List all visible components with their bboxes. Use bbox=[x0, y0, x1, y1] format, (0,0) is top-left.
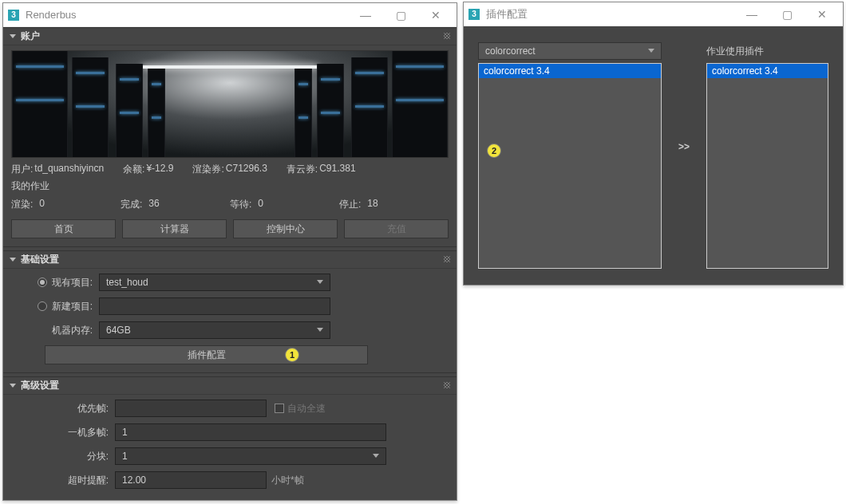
chevron-down-icon bbox=[317, 328, 323, 332]
maximize-button[interactable]: ▢ bbox=[769, 3, 804, 26]
multi-frame-label: 一机多帧: bbox=[11, 426, 115, 439]
timeout-input[interactable]: 12.00 bbox=[115, 471, 267, 489]
chevron-down-icon bbox=[317, 280, 323, 284]
existing-project-value: test_houd bbox=[106, 277, 148, 288]
section-title-account: 账户 bbox=[21, 30, 40, 43]
transfer-right-button[interactable]: >> bbox=[678, 138, 690, 156]
auto-full-label: 自动全速 bbox=[287, 402, 326, 415]
plugin-right-column: 作业使用插件 colorcorrect 3.4 bbox=[706, 42, 828, 269]
grip-icon[interactable] bbox=[444, 33, 450, 39]
chunk-label: 分块: bbox=[11, 450, 115, 463]
cloud-credit-info: 青云券:C91.381 bbox=[287, 163, 356, 176]
plugin-window-title: 插件配置 bbox=[486, 7, 734, 22]
chevron-down-icon bbox=[373, 454, 379, 458]
new-project-input[interactable] bbox=[99, 297, 330, 315]
my-jobs-label: 我的作业 bbox=[11, 179, 449, 193]
section-title-basic: 基础设置 bbox=[21, 253, 59, 266]
section-basic: 基础设置 现有项目: test_houd bbox=[3, 250, 457, 373]
user-info: 用户:td_quanshiyincn bbox=[11, 163, 104, 176]
existing-project-label: 现有项目: bbox=[52, 276, 93, 289]
section-account: 账户 用户:td_quanshiyincn 余额:¥-12.9 渲染券:C712… bbox=[3, 27, 457, 247]
app-icon: 3 bbox=[468, 9, 480, 20]
auto-full-checkbox[interactable] bbox=[275, 404, 284, 413]
maximize-button[interactable]: ▢ bbox=[383, 4, 418, 26]
close-button[interactable]: ✕ bbox=[418, 4, 453, 26]
stat-stopped: 停止:18 bbox=[339, 198, 449, 211]
window-title: Renderbus bbox=[26, 9, 348, 21]
timeout-unit: 小时*帧 bbox=[271, 474, 304, 487]
plugin-category-select[interactable]: colorcorrect bbox=[478, 42, 662, 60]
home-button[interactable]: 首页 bbox=[11, 219, 116, 238]
callout-badge-1: 1 bbox=[285, 348, 299, 362]
used-plugins-label: 作业使用插件 bbox=[706, 42, 828, 60]
stat-waiting: 等待:0 bbox=[230, 198, 339, 211]
priority-input[interactable] bbox=[115, 400, 267, 417]
close-button[interactable]: ✕ bbox=[804, 3, 840, 26]
list-item[interactable]: colorcorrect 3.4 bbox=[707, 64, 828, 78]
chevron-down-icon bbox=[648, 49, 654, 53]
list-item[interactable]: colorcorrect 3.4 bbox=[479, 64, 661, 78]
plugin-body: colorcorrect colorcorrect 3.4 2 >> 作业使用插… bbox=[464, 26, 843, 285]
chunk-value: 1 bbox=[122, 451, 128, 462]
chunk-select[interactable]: 1 bbox=[115, 447, 386, 465]
plugin-config-button[interactable]: 插件配置 1 bbox=[45, 345, 368, 364]
plugin-window: 3 插件配置 — ▢ ✕ colorcorrect colorcorrect 3… bbox=[463, 2, 844, 285]
section-header-account[interactable]: 账户 bbox=[3, 28, 457, 45]
multi-frame-input[interactable]: 1 bbox=[115, 423, 386, 441]
section-title-advanced: 高级设置 bbox=[21, 379, 59, 392]
titlebar-main[interactable]: 3 Renderbus — ▢ ✕ bbox=[3, 3, 457, 27]
stat-complete: 完成:36 bbox=[121, 198, 230, 211]
hero-image bbox=[11, 50, 449, 158]
section-advanced: 高级设置 优先帧: 自动全速 一机多帧: 1 bbox=[3, 376, 457, 500]
plugin-config-label: 插件配置 bbox=[188, 348, 226, 362]
account-body: 用户:td_quanshiyincn 余额:¥-12.9 渲染券:C71296.… bbox=[3, 45, 457, 246]
available-plugins-list[interactable]: colorcorrect 3.4 2 bbox=[478, 63, 662, 269]
app-icon: 3 bbox=[8, 10, 19, 21]
transfer-column: >> bbox=[676, 42, 692, 269]
control-center-button[interactable]: 控制中心 bbox=[233, 219, 338, 238]
minimize-button[interactable]: — bbox=[348, 4, 383, 26]
section-header-basic[interactable]: 基础设置 bbox=[3, 251, 457, 269]
calculator-button[interactable]: 计算器 bbox=[122, 219, 227, 238]
main-body: 账户 用户:td_quanshiyincn 余额:¥-12.9 渲染券:C712… bbox=[3, 27, 457, 500]
timeout-label: 超时提醒: bbox=[11, 474, 115, 487]
ram-value: 64GB bbox=[106, 325, 131, 336]
stat-render: 渲染:0 bbox=[11, 198, 121, 211]
used-plugins-list[interactable]: colorcorrect 3.4 bbox=[706, 63, 828, 269]
titlebar-plugin[interactable]: 3 插件配置 — ▢ ✕ bbox=[464, 2, 843, 26]
new-project-label: 新建项目: bbox=[52, 300, 93, 313]
plugin-category-value: colorcorrect bbox=[485, 45, 536, 57]
radio-existing-project[interactable] bbox=[38, 278, 47, 287]
grip-icon[interactable] bbox=[444, 382, 450, 388]
grip-icon[interactable] bbox=[444, 256, 450, 262]
ram-label: 机器内存: bbox=[11, 324, 99, 337]
existing-project-select[interactable]: test_houd bbox=[99, 274, 330, 291]
radio-new-project[interactable] bbox=[38, 301, 47, 311]
plugin-left-column: colorcorrect colorcorrect 3.4 2 bbox=[478, 42, 662, 269]
render-credit-info: 渲染券:C71296.3 bbox=[192, 163, 267, 176]
ram-select[interactable]: 64GB bbox=[99, 321, 330, 339]
stats-row: 渲染:0 完成:36 等待:0 停止:18 bbox=[11, 198, 449, 211]
minimize-button[interactable]: — bbox=[734, 3, 769, 26]
priority-label: 优先帧: bbox=[11, 402, 115, 415]
balance-info: 余额:¥-12.9 bbox=[123, 163, 173, 176]
main-window: 3 Renderbus — ▢ ✕ 账户 用户:td_quanshiyincn … bbox=[2, 2, 457, 501]
section-header-advanced[interactable]: 高级设置 bbox=[3, 377, 457, 395]
callout-badge-2: 2 bbox=[487, 144, 501, 158]
recharge-button[interactable]: 充值 bbox=[344, 219, 449, 238]
